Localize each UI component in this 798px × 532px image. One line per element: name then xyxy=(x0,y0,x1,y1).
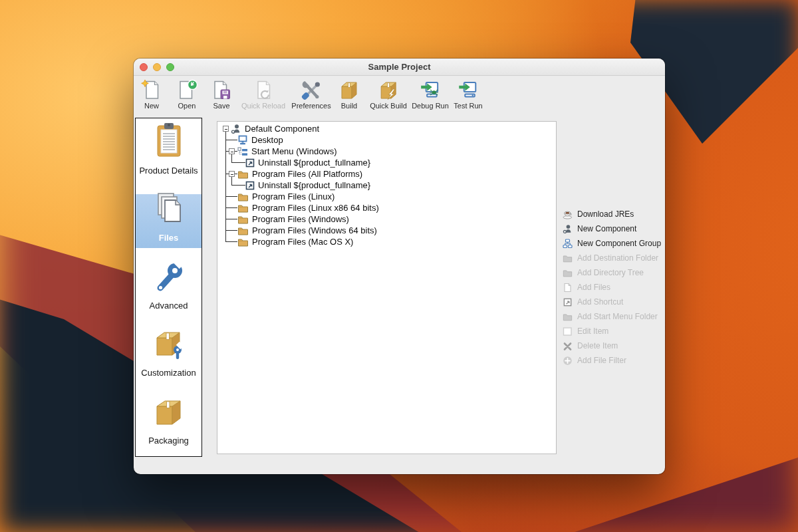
edit-item-button: Edit Item xyxy=(563,324,664,338)
open-button[interactable]: Open xyxy=(176,79,198,110)
toolbar-label: Preferences xyxy=(291,102,331,110)
start-menu-icon xyxy=(237,146,248,157)
tree-row-program-files-linux64[interactable]: Program Files (Linux x86 64 bits) xyxy=(217,202,556,213)
document-gray-icon xyxy=(563,283,573,293)
action-label: New Component xyxy=(577,224,636,233)
tree-row-program-files-windows64[interactable]: Program Files (Windows 64 bits) xyxy=(217,225,556,236)
component-tree: Default Component Desktop xyxy=(217,122,556,247)
new-component-group-button[interactable]: New Component Group xyxy=(563,236,664,251)
toolbar-label: New xyxy=(144,102,159,110)
tree-item-label: Uninstall ${product_fullname} xyxy=(258,158,370,168)
shortcut-icon xyxy=(245,158,255,168)
sidebar-item-customization[interactable]: Customization xyxy=(136,321,201,389)
tree-row-program-files-all[interactable]: Program Files (All Platforms) xyxy=(217,168,556,180)
folder-icon xyxy=(237,225,249,236)
toolbar-label: Save xyxy=(213,102,229,110)
action-label: Download JREs xyxy=(577,209,634,219)
clipboard-icon xyxy=(153,122,185,161)
tree-row-program-files-windows[interactable]: Program Files (Windows) xyxy=(217,213,556,225)
action-label: Edit Item xyxy=(577,327,608,336)
preferences-button[interactable]: Preferences xyxy=(291,79,331,110)
collapse-toggle-icon[interactable] xyxy=(229,148,235,154)
tree-row-start-menu[interactable]: Start Menu (Windows) xyxy=(217,146,556,157)
component-icon xyxy=(563,224,573,234)
toolbar: New Open xyxy=(134,76,665,117)
quick-reload-button: Quick Reload xyxy=(241,79,285,110)
tree-item-label: Program Files (All Platforms) xyxy=(252,169,362,179)
sidebar-item-product-details[interactable]: Product Details xyxy=(136,118,201,186)
toolbar-label: Quick Reload xyxy=(241,102,285,110)
sidebar-item-label: Files xyxy=(159,233,179,243)
add-destination-folder-button: Add Destination Folder xyxy=(563,251,664,265)
sidebar-item-label: Customization xyxy=(141,368,196,378)
add-shortcut-button: Add Shortcut xyxy=(563,295,664,309)
tree-item-label: Default Component xyxy=(245,124,319,134)
tree-row-program-files-linux[interactable]: Program Files (Linux) xyxy=(217,191,556,202)
toolbar-label: Test Run xyxy=(454,102,482,110)
tools-icon xyxy=(300,79,323,100)
add-file-filter-button: Add File Filter xyxy=(563,353,664,368)
new-button[interactable]: New xyxy=(140,79,163,110)
build-button[interactable]: Build xyxy=(338,79,360,110)
debug-run-button[interactable]: Debug Run xyxy=(412,79,449,110)
sidebar-item-files[interactable]: Files xyxy=(136,186,201,254)
tree-item-label: Program Files (Windows) xyxy=(252,214,349,224)
tree-item-label: Desktop xyxy=(251,135,283,145)
package-bolt-icon xyxy=(377,79,400,100)
sidebar-item-advanced[interactable]: Advanced xyxy=(136,253,201,321)
delete-item-button: Delete Item xyxy=(563,338,664,353)
action-label: Add Shortcut xyxy=(577,297,623,307)
action-label: Delete Item xyxy=(577,341,618,350)
shortcut-icon xyxy=(245,180,255,191)
component-group-icon xyxy=(563,239,573,249)
desktop-icon xyxy=(237,135,248,146)
folder-gray-icon xyxy=(563,268,573,278)
coffee-cup-icon xyxy=(563,209,573,219)
open-document-icon xyxy=(176,79,198,100)
component-icon xyxy=(231,124,241,134)
component-tree-panel: Default Component Desktop xyxy=(217,121,557,454)
folder-icon xyxy=(237,169,249,180)
tree-row-program-files-macosx[interactable]: Program Files (Mac OS X) xyxy=(217,236,556,247)
sidebar: Product Details Files xyxy=(135,118,202,457)
package-box-icon xyxy=(338,79,360,100)
monitor-run-icon xyxy=(457,79,479,100)
download-jres-button[interactable]: Download JREs xyxy=(563,207,664,221)
tree-item-label: Program Files (Linux x86 64 bits) xyxy=(252,203,379,213)
add-start-menu-folder-button: Add Start Menu Folder xyxy=(563,309,664,324)
app-window: Sample Project New O xyxy=(134,59,665,474)
sidebar-item-packaging[interactable]: Packaging xyxy=(136,388,201,456)
add-files-button: Add Files xyxy=(563,280,664,295)
tree-row-uninstall-shortcut[interactable]: Uninstall ${product_fullname} xyxy=(217,157,556,168)
action-label: Add Files xyxy=(577,283,610,292)
action-label: New Component Group xyxy=(577,239,661,248)
files-stack-icon xyxy=(154,192,184,228)
window-title: Sample Project xyxy=(134,59,665,76)
folder-gray-icon xyxy=(563,312,573,322)
tree-row-uninstall-shortcut[interactable]: Uninstall ${product_fullname} xyxy=(217,180,556,191)
folder-icon xyxy=(237,203,249,213)
test-run-button[interactable]: Test Run xyxy=(454,79,482,110)
action-label: Add Start Menu Folder xyxy=(577,312,658,321)
box-wrench-icon xyxy=(152,327,186,363)
sidebar-item-label: Product Details xyxy=(139,166,198,176)
collapse-toggle-icon[interactable] xyxy=(229,171,235,177)
tree-row-default-component[interactable]: Default Component xyxy=(217,123,556,134)
folder-icon xyxy=(237,237,249,247)
titlebar[interactable]: Sample Project xyxy=(134,59,665,76)
plus-circle-icon xyxy=(563,356,573,366)
tree-item-label: Start Menu (Windows) xyxy=(251,146,337,156)
square-outline-icon xyxy=(563,327,573,336)
tree-row-desktop[interactable]: Desktop xyxy=(217,134,556,146)
toolbar-label: Open xyxy=(178,102,196,110)
toolbar-label: Debug Run xyxy=(412,102,449,110)
new-component-button[interactable]: New Component xyxy=(563,221,664,236)
add-directory-tree-button: Add Directory Tree xyxy=(563,265,664,280)
toolbar-label: Build xyxy=(341,102,357,110)
save-button[interactable]: Save xyxy=(210,79,233,110)
collapse-toggle-icon[interactable] xyxy=(223,126,229,132)
tree-item-label: Program Files (Linux) xyxy=(252,192,334,201)
folder-gray-icon xyxy=(563,253,573,263)
monitor-bug-icon xyxy=(419,79,442,100)
quick-build-button[interactable]: Quick Build xyxy=(370,79,407,110)
